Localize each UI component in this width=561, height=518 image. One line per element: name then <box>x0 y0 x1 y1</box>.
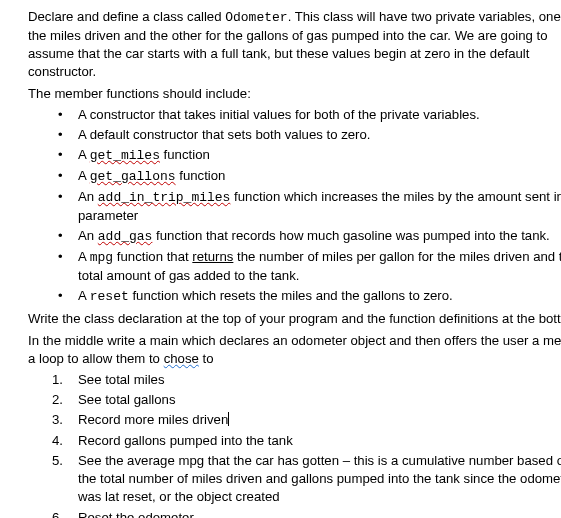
menu-option-item: See the average mpg that the car has got… <box>28 452 561 507</box>
text-fragment: get_gallons <box>90 169 176 184</box>
menu-option-item: See total gallons <box>28 391 561 409</box>
member-function-item: A constructor that takes initial values … <box>28 106 561 124</box>
member-function-item: A get_gallons function <box>28 167 561 186</box>
main-menu-lead: In the middle write a main which declare… <box>28 332 561 368</box>
text-fragment: See total gallons <box>78 392 176 407</box>
menu-option-item: See total miles <box>28 371 561 389</box>
text-fragment: A <box>78 147 90 162</box>
text-fragment: get_miles <box>90 148 160 163</box>
member-function-item: A get_miles function <box>28 146 561 165</box>
members-lead: The member functions should include: <box>28 85 561 103</box>
text-fragment: An <box>78 228 98 243</box>
text-fragment: See the average mpg that the car has got… <box>78 453 561 504</box>
class-name-code: Odometer <box>225 10 287 25</box>
member-function-item: A mpg function that returns the number o… <box>28 248 561 285</box>
text-fragment: A <box>78 249 90 264</box>
text-fragment: add_gas <box>98 229 153 244</box>
text-fragment: See total miles <box>78 372 165 387</box>
text-fragment: A <box>78 288 90 303</box>
text-fragment: function that <box>113 249 192 264</box>
text: to <box>199 351 214 366</box>
member-function-item: A default constructor that sets both val… <box>28 126 561 144</box>
text-cursor <box>228 412 229 426</box>
text-fragment: Reset the odometer <box>78 510 194 519</box>
intro-paragraph: Declare and define a class called Odomet… <box>28 8 561 82</box>
text-fragment: reset <box>90 289 129 304</box>
text-fragment: function <box>176 168 226 183</box>
text-fragment: mpg <box>90 250 113 265</box>
text-fragment: A default constructor that sets both val… <box>78 127 371 142</box>
member-function-item: A reset function which resets the miles … <box>28 287 561 306</box>
text-fragment: function that records how much gasoline … <box>152 228 549 243</box>
text-fragment: Record more miles driven <box>78 412 228 427</box>
menu-options-list: See total milesSee total gallonsRecord m… <box>28 371 561 518</box>
member-function-item: An add_gas function that records how muc… <box>28 227 561 246</box>
text-fragment: An <box>78 189 98 204</box>
menu-option-item: Reset the odometer <box>28 509 561 519</box>
text-fragment: function <box>160 147 210 162</box>
member-functions-list: A constructor that takes initial values … <box>28 106 561 307</box>
write-class-paragraph: Write the class declaration at the top o… <box>28 310 561 328</box>
menu-option-item: Record gallons pumped into the tank <box>28 432 561 450</box>
text-fragment: A <box>78 168 90 183</box>
spelling-error: chose <box>164 351 199 366</box>
text-fragment: returns <box>192 249 233 264</box>
text-fragment: A constructor that takes initial values … <box>78 107 480 122</box>
text-fragment: add_in_trip_miles <box>98 190 231 205</box>
text-fragment: function which resets the miles and the … <box>129 288 453 303</box>
text-fragment: Record gallons pumped into the tank <box>78 433 293 448</box>
member-function-item: An add_in_trip_miles function which incr… <box>28 188 561 225</box>
intro-text: Declare and define a class called <box>28 9 225 24</box>
text: In the middle write a main which declare… <box>28 333 561 366</box>
menu-option-item: Record more miles driven <box>28 411 561 429</box>
